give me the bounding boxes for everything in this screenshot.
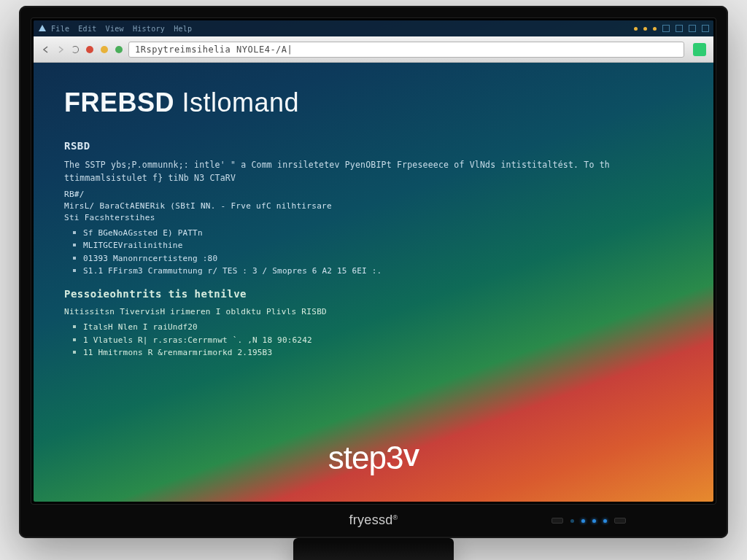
tray-app-icon[interactable] [689, 25, 696, 32]
monitor-button[interactable] [614, 518, 626, 524]
section-rsbd: RSBD The SSTP ybs;P.ommunnk;: intle' " a… [64, 140, 683, 278]
code-line: RB#/ [64, 190, 683, 199]
list-item: 01393 Manonrncertisteng :80 [73, 252, 683, 265]
menu-item[interactable]: Help [174, 25, 192, 33]
reload-icon[interactable] [70, 44, 80, 55]
title-bold: FREBSD [64, 88, 174, 117]
code-line: Sti Facshterstihes [64, 213, 683, 222]
back-icon[interactable] [41, 44, 51, 55]
page-title: FREBSD Istlomand [64, 88, 683, 118]
power-led-icon [581, 519, 585, 523]
footer-brand-step: step [328, 440, 386, 475]
monitor-stand [293, 538, 454, 560]
favicon-yellow-icon [99, 44, 109, 55]
menu-item[interactable]: Edit [78, 25, 96, 33]
page-content: FREBSD Istlomand RSBD The SSTP ybs;P.omm… [34, 63, 713, 502]
svg-marker-0 [39, 25, 46, 31]
monitor-frame: File Edit View History Help [19, 6, 728, 538]
list-item: 11 Hmitrmons R &renmarmrimorkd 2.195B3 [73, 346, 683, 359]
footer-banner: step3V [34, 414, 713, 502]
list-item: Sf BGeNoAGssted E) PATTn [73, 227, 683, 240]
favicon-red-icon [85, 44, 95, 55]
power-led-icon [570, 519, 574, 523]
forward-icon[interactable] [55, 44, 66, 55]
list-item: MLITGCEVrailinithine [73, 239, 683, 252]
screen: File Edit View History Help [34, 20, 713, 502]
menu-item[interactable]: File [51, 25, 69, 33]
favicon-green-icon [114, 44, 124, 55]
monitor-button[interactable] [551, 518, 563, 524]
menubar: File Edit View History Help [34, 20, 713, 36]
list-item: S1.1 FFirsm3 Crammutnung r/ TES : 3 / Sm… [73, 265, 683, 278]
bullet-list: Sf BGeNoAGssted E) PATTn MLITGCEVrailini… [73, 227, 683, 278]
tray-app-icon[interactable] [676, 25, 683, 32]
title-rest: Istlomand [182, 88, 300, 117]
monitor-controls [551, 518, 626, 524]
system-tray [634, 25, 709, 32]
section-heading: Pessoieohntrits tis hetnilve [64, 288, 683, 300]
footer-brand: step3V [328, 440, 419, 476]
list-item: ItalsH Nlen I raiUndf20 [73, 321, 683, 334]
list-item: 1 Vlatuels R| r.sras:Cerrmnwt `. ,N 18 9… [73, 334, 683, 347]
tray-app-icon[interactable] [662, 25, 670, 32]
footer-brand-v: V [403, 443, 419, 471]
footer-brand-three: 3 [386, 440, 403, 475]
menu-item[interactable]: History [133, 25, 165, 33]
tray-app-icon[interactable] [702, 25, 709, 32]
os-logo-icon [38, 24, 47, 33]
section-heading: RSBD [64, 140, 683, 152]
tray-indicator-icon [643, 27, 647, 31]
power-led-icon [592, 519, 596, 523]
menu-item[interactable]: View [106, 25, 124, 33]
paragraph-text: The SSTP ybs;P.ommunnk;: intle' " a Comm… [64, 159, 662, 185]
code-line: Nitissitsn TivervisH irimeren I obldktu … [64, 307, 683, 316]
tray-indicator-icon [634, 27, 638, 31]
bullet-list: ItalsH Nlen I raiUndf20 1 Vlatuels R| r.… [73, 321, 683, 359]
power-led-icon [603, 519, 607, 523]
address-text: 1Rspytreimsihelia NYOLE4-/A| [135, 42, 293, 57]
code-line: MirsL/ BaraCtAENERik (SBtI NN. - Frve uf… [64, 201, 683, 211]
address-bar[interactable]: 1Rspytreimsihelia NYOLE4-/A| [128, 42, 684, 58]
tray-indicator-icon [653, 27, 657, 31]
go-button[interactable] [693, 43, 706, 56]
monitor-inner: File Edit View History Help [31, 18, 716, 505]
section-secondary: Pessoieohntrits tis hetnilve Nitissitsn … [64, 288, 683, 359]
monitor-brand-text: fryessd [349, 513, 392, 527]
browser-toolbar: 1Rspytreimsihelia NYOLE4-/A| [34, 36, 713, 63]
